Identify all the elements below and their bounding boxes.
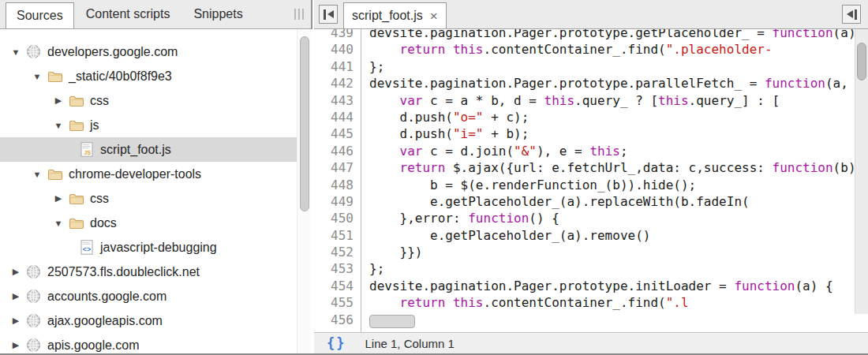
tree-item-javascript-debugging[interactable]: <>javascript-debugging bbox=[0, 235, 298, 260]
triangle-collapsed-icon[interactable]: ▶ bbox=[49, 95, 68, 106]
tree-item-label: script_foot.js bbox=[100, 143, 171, 157]
code-line-443: var c = a * b, d = this.query_ ? [this.q… bbox=[369, 92, 868, 109]
tab-content-scripts[interactable]: Content scripts bbox=[74, 0, 182, 28]
tree-item-2507573-fls-doubleclick-net[interactable]: ▶2507573.fls.doubleclick.net bbox=[0, 260, 298, 284]
code-line-449: e.getPlaceholder_(a).replaceWith(b.fadeI… bbox=[369, 193, 868, 210]
code-line-439: devsite.pagination.Pager.prototype.getPl… bbox=[369, 29, 868, 41]
code-line-450: },error: function() { bbox=[369, 210, 868, 226]
line-number[interactable]: 440 bbox=[314, 41, 354, 58]
tree-item-docs[interactable]: ▼docs bbox=[0, 211, 298, 235]
editor-vertical-scrollbar[interactable] bbox=[855, 29, 868, 314]
line-number[interactable]: 448 bbox=[314, 177, 354, 193]
triangle-collapsed-icon[interactable]: ▶ bbox=[6, 316, 25, 326]
code-editor[interactable]: 4394404414424434444454464474484494504514… bbox=[314, 29, 868, 332]
close-tab-icon[interactable]: × bbox=[430, 9, 438, 23]
line-number[interactable]: 444 bbox=[314, 109, 354, 125]
tree-item-label: developers.google.com bbox=[47, 45, 178, 59]
triangle-collapsed-icon[interactable]: ▶ bbox=[6, 267, 25, 277]
code-line-448: b = $(e.renderFunction_(b)).hide(); bbox=[369, 177, 868, 193]
line-number[interactable]: 447 bbox=[314, 159, 354, 176]
editor-horizontal-scrollbar-thumb[interactable] bbox=[369, 315, 415, 328]
line-number[interactable]: 454 bbox=[314, 278, 354, 294]
tab-snippets-label: Snippets bbox=[193, 7, 242, 21]
tree-item-label: js bbox=[90, 118, 99, 133]
tree-item-label: docs bbox=[90, 216, 117, 230]
globe-icon bbox=[26, 313, 41, 328]
tree-item-label: 2507573.fls.doubleclick.net bbox=[47, 265, 200, 279]
triangle-collapsed-icon[interactable]: ▶ bbox=[6, 340, 25, 350]
editor-tab-script-foot-js[interactable]: script_foot.js × bbox=[343, 2, 447, 28]
line-number[interactable]: 439 bbox=[314, 29, 354, 41]
line-number[interactable]: 445 bbox=[314, 125, 354, 142]
tree-item-css[interactable]: ▶css bbox=[0, 88, 298, 113]
svg-text:<>: <> bbox=[82, 245, 91, 253]
triangle-collapsed-icon[interactable]: ▶ bbox=[6, 291, 25, 301]
triangle-collapsed-icon[interactable]: ▶ bbox=[49, 193, 68, 204]
tree-item-ajax-googleapis-com[interactable]: ▶ajax.googleapis.com bbox=[0, 308, 298, 333]
editor-panel: script_foot.js × 43944044144244344444544… bbox=[314, 0, 868, 353]
line-number[interactable]: 443 bbox=[314, 92, 354, 109]
line-number[interactable]: 449 bbox=[314, 193, 354, 210]
tree-item-css[interactable]: ▶css bbox=[0, 186, 298, 211]
code-line-445: d.push("i=" + b); bbox=[369, 125, 868, 142]
tab-content-scripts-label: Content scripts bbox=[86, 7, 170, 21]
html-file-icon: <> bbox=[80, 240, 93, 255]
tab-snippets[interactable]: Snippets bbox=[181, 0, 254, 28]
navigator-tab-bar: Sources Content scripts Snippets bbox=[0, 0, 311, 29]
triangle-expanded-icon[interactable]: ▼ bbox=[6, 47, 25, 57]
triangle-expanded-icon[interactable]: ▼ bbox=[49, 219, 68, 228]
line-number[interactable]: 450 bbox=[314, 210, 354, 226]
tree-item--static-40b0f8f9e3[interactable]: ▼_static/40b0f8f9e3 bbox=[0, 64, 298, 88]
folder-icon bbox=[47, 70, 63, 83]
domain-icon bbox=[25, 289, 42, 305]
line-number[interactable]: 452 bbox=[314, 244, 354, 260]
code-line-452: }}) bbox=[369, 244, 868, 260]
tree-item-label: accounts.google.com bbox=[47, 290, 166, 304]
triangle-expanded-icon[interactable]: ▼ bbox=[28, 170, 47, 179]
tree-item-label: ajax.googleapis.com bbox=[47, 314, 163, 328]
tree-item-chrome-developer-tools[interactable]: ▼chrome-developer-tools bbox=[0, 162, 298, 186]
globe-icon bbox=[26, 338, 41, 353]
triangle-expanded-icon[interactable]: ▼ bbox=[49, 121, 68, 130]
line-number[interactable]: 446 bbox=[314, 143, 354, 159]
hide-navigator-button[interactable] bbox=[319, 5, 338, 24]
line-number[interactable]: 451 bbox=[314, 227, 354, 244]
domain-icon bbox=[25, 338, 42, 353]
panel-resize-handle-icon[interactable] bbox=[294, 0, 304, 28]
folder-icon bbox=[69, 217, 84, 230]
editor-tab-bar: script_foot.js × bbox=[314, 0, 868, 29]
cursor-position-label: Line 1, Column 1 bbox=[365, 337, 454, 350]
line-number[interactable]: 455 bbox=[314, 294, 354, 311]
folder-icon bbox=[68, 118, 84, 133]
pretty-print-icon[interactable]: {} bbox=[327, 335, 346, 351]
globe-icon bbox=[26, 264, 41, 279]
triangle-expanded-icon[interactable]: ▼ bbox=[28, 72, 47, 81]
code-line-446: var c = d.join("&"), e = this; bbox=[369, 143, 868, 159]
line-number[interactable]: 441 bbox=[314, 58, 354, 75]
tree-item-accounts-google-com[interactable]: ▶accounts.google.com bbox=[0, 284, 298, 308]
code-line-455: return this.contentContainer_.find(".l bbox=[369, 294, 868, 311]
line-number[interactable]: 453 bbox=[314, 260, 354, 277]
tab-sources[interactable]: Sources bbox=[6, 2, 74, 28]
line-numbers: 4394404414424434444454464474484494504514… bbox=[314, 29, 354, 328]
folder-icon bbox=[68, 215, 84, 231]
tree-item-label: css bbox=[90, 94, 109, 108]
tree-item-label: javascript-debugging bbox=[100, 241, 217, 255]
editor-horizontal-scrollbar[interactable] bbox=[362, 312, 855, 332]
tree-item-script-foot-js[interactable]: JSscript_foot.js bbox=[0, 137, 298, 162]
code-line-451: e.getPlaceholder_(a).remove() bbox=[369, 227, 868, 244]
globe-icon bbox=[26, 289, 41, 304]
show-drawer-icon bbox=[847, 10, 853, 18]
tree-item-label: apis.google.com bbox=[47, 338, 140, 353]
tree-item-developers-google-com[interactable]: ▼developers.google.com bbox=[0, 39, 298, 64]
tree-scrollbar-thumb[interactable] bbox=[300, 36, 309, 211]
line-number[interactable]: 442 bbox=[314, 75, 354, 92]
line-number[interactable]: 456 bbox=[314, 312, 354, 328]
show-drawer-button[interactable] bbox=[842, 5, 861, 24]
navigator-panel: Sources Content scripts Snippets ▼develo… bbox=[0, 0, 312, 353]
tree-scrollbar[interactable] bbox=[297, 29, 311, 353]
editor-vertical-scrollbar-thumb[interactable] bbox=[857, 43, 866, 80]
line-number-gutter[interactable]: 4394404414424434444454464474484494504514… bbox=[314, 29, 361, 332]
tree-item-apis-google-com[interactable]: ▶apis.google.com bbox=[0, 333, 298, 353]
tree-item-js[interactable]: ▼js bbox=[0, 113, 298, 137]
